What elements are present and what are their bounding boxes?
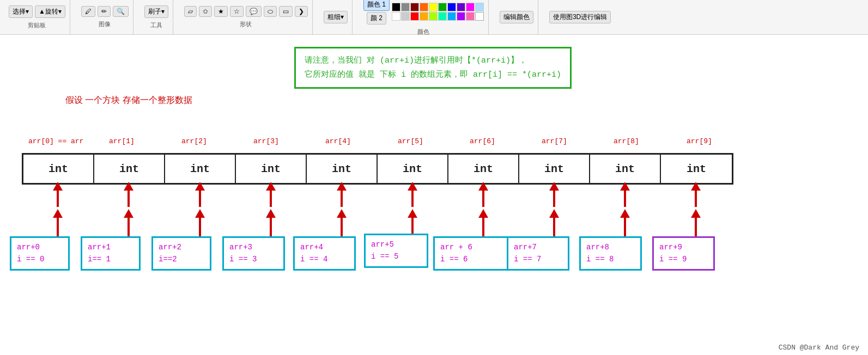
- array-cell-0: int: [23, 155, 94, 183]
- canvas-area: 请注意，当我们 对 (arr+i)进行解引用时【*(arr+i)】， 它所对应的…: [0, 35, 868, 355]
- addr-box-3-line2: i == 3: [229, 253, 278, 265]
- arr-label-3: arr[3]: [253, 137, 279, 145]
- addr-box-5: arr+5 i == 5: [364, 234, 428, 268]
- 3d-section: 使用图3D进行编辑: [545, 0, 615, 34]
- color2-button[interactable]: 颜 2: [367, 12, 386, 25]
- footer-text: CSDN @Dark And Grey: [779, 344, 859, 352]
- clipboard-section: 选择▾ ▲旋转▾ 剪贴板: [4, 0, 70, 34]
- addr-box-7-line2: i == 7: [514, 253, 562, 265]
- arrow-7: [549, 182, 559, 245]
- array-cell-4: int: [307, 155, 378, 183]
- array-cell-3: int: [236, 155, 307, 183]
- addr-box-3-line1: arr+3: [229, 241, 278, 253]
- toolbar: 选择▾ ▲旋转▾ 剪贴板 🖊 ✏ 🔍 图像 刷子▾ 工具 ▱ ✩ ★ ☆ 💬 ⬭…: [0, 0, 868, 35]
- pencil-button[interactable]: ✏: [98, 6, 111, 17]
- array-cell-7: int: [519, 155, 590, 183]
- arr-label-1: arr[1]: [109, 137, 135, 145]
- arr-label-4: arr[4]: [325, 137, 351, 145]
- rotate-button[interactable]: ▲旋转▾: [35, 5, 65, 18]
- color-section: 颜色 1 颜 2: [359, 0, 489, 34]
- addr-box-7-line1: arr+7: [514, 241, 562, 253]
- array-cell-5: int: [378, 155, 448, 183]
- addr-box-4-line2: i == 4: [300, 253, 349, 265]
- addr-box-7: arr+7 i == 7: [507, 236, 569, 271]
- addr-box-4: arr+4 i == 4: [293, 236, 356, 271]
- addr-box-4-line1: arr+4: [300, 241, 349, 253]
- array-cell-6: int: [448, 155, 519, 183]
- shapes-label: 形状: [240, 20, 252, 28]
- array-row: int int int int int int int int int int: [22, 153, 733, 185]
- addr-box-2-line1: arr+2: [159, 241, 204, 253]
- edit-color-button[interactable]: 编辑颜色: [500, 11, 533, 23]
- zoom-button[interactable]: 🔍: [113, 6, 129, 17]
- arrow-2: [195, 182, 205, 245]
- tools-label: 工具: [150, 21, 162, 29]
- 3d-edit-button[interactable]: 使用图3D进行编辑: [549, 11, 611, 23]
- arr-label-8: arr[8]: [614, 137, 639, 145]
- eraser-button[interactable]: 🖊: [81, 6, 95, 17]
- edit-color-section: 编辑颜色: [495, 0, 538, 34]
- addr-box-0: arr+0 i == 0: [10, 236, 70, 271]
- addr-box-8: arr+8 i == 8: [579, 236, 642, 271]
- note-box: 请注意，当我们 对 (arr+i)进行解引用时【*(arr+i)】， 它所对应的…: [294, 47, 572, 89]
- arr-label-9: arr[9]: [687, 137, 712, 145]
- addr-box-8-line2: i == 8: [586, 253, 635, 265]
- arr-label-5: arr[5]: [398, 137, 423, 145]
- arrow-4: [337, 182, 347, 245]
- arr-label-7: arr[7]: [542, 137, 567, 145]
- note-line1: 请注意，当我们 对 (arr+i)进行解引用时【*(arr+i)】，: [305, 54, 561, 68]
- addr-box-2-line2: i==2: [159, 253, 204, 265]
- arr-label-2: arr[2]: [181, 137, 207, 145]
- addr-box-1: arr+1 i== 1: [81, 236, 141, 271]
- shapes-more[interactable]: ❯: [295, 6, 308, 17]
- brush-button[interactable]: 刷子▾: [144, 5, 168, 18]
- shape-star3[interactable]: ☆: [230, 6, 244, 17]
- addr-box-1-line2: i== 1: [88, 253, 133, 265]
- addr-box-8-line1: arr+8: [586, 241, 635, 253]
- addr-box-0-line2: i == 0: [17, 253, 63, 265]
- shape-speech[interactable]: 💬: [246, 6, 262, 17]
- addr-box-6-line2: i == 6: [440, 253, 501, 265]
- arrow-9: [691, 182, 701, 245]
- arr-label-6: arr[6]: [470, 137, 495, 145]
- shape-rect[interactable]: ▱: [184, 6, 197, 17]
- array-cell-1: int: [94, 155, 165, 183]
- thickness-section: 粗细▾: [319, 0, 353, 34]
- shapes-section: ▱ ✩ ★ ☆ 💬 ⬭ ▭ ❯ 形状: [180, 0, 313, 34]
- addr-box-6-line1: arr + 6: [440, 241, 501, 253]
- color-palette: [392, 3, 484, 21]
- shape-star1[interactable]: ✩: [199, 6, 212, 17]
- addr-box-1-line1: arr+1: [88, 241, 133, 253]
- addr-box-6: arr + 6 i == 6: [433, 236, 508, 271]
- addr-box-5-line1: arr+5: [371, 238, 421, 250]
- tools-section: 刷子▾ 工具: [140, 0, 173, 34]
- addr-box-0-line1: arr+0: [17, 241, 63, 253]
- addr-box-9: arr+9 i == 9: [652, 236, 715, 271]
- addr-box-3: arr+3 i == 3: [222, 236, 285, 271]
- thickness-button[interactable]: 粗细▾: [324, 11, 348, 23]
- shape-star2[interactable]: ★: [214, 6, 228, 17]
- arrow-3: [266, 182, 276, 245]
- array-cell-8: int: [590, 155, 661, 183]
- addr-box-9-line2: i == 9: [659, 253, 708, 265]
- arrow-1: [124, 182, 133, 245]
- array-cell-9: int: [661, 155, 732, 183]
- addr-box-5-line2: i == 5: [371, 250, 421, 262]
- addr-box-9-line1: arr+9: [659, 241, 708, 253]
- color1-button[interactable]: 颜色 1: [363, 0, 390, 11]
- array-cell-2: int: [165, 155, 236, 183]
- arrow-8: [620, 182, 630, 245]
- hypothesis-text: 假设 一个方块 存储一个整形数据: [65, 95, 192, 106]
- shape-rect2[interactable]: ▭: [279, 6, 293, 17]
- image-label: 图像: [99, 20, 111, 28]
- image-section: 🖊 ✏ 🔍 图像: [77, 0, 133, 34]
- shape-oval[interactable]: ⬭: [264, 6, 277, 17]
- arrow-6: [478, 182, 488, 245]
- clipboard-label: 剪贴板: [28, 21, 46, 29]
- select-button[interactable]: 选择▾: [9, 5, 33, 18]
- arr-label-0: arr[0] == arr: [28, 137, 83, 145]
- addr-box-2: arr+2 i==2: [151, 236, 211, 271]
- arrow-0: [53, 182, 63, 245]
- note-line2: 它所对应的值 就是 下标 i 的数组元素，即 arr[i] == *(arr+i…: [305, 68, 561, 82]
